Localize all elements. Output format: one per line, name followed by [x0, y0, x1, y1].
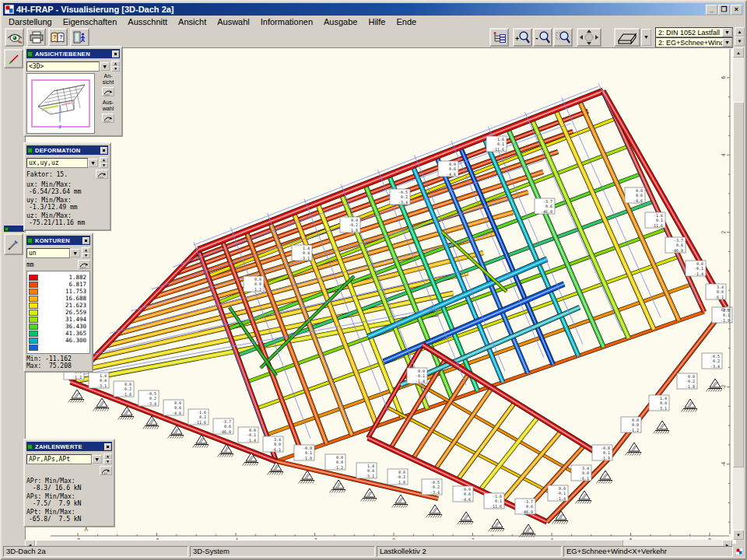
- scale-swatch: [29, 310, 38, 316]
- vertical-scroll-thumb[interactable]: [733, 102, 744, 467]
- exit-button[interactable]: [70, 28, 89, 47]
- model-viewport[interactable]: 0.00.0-1.21.40.4-3.10.0-0.2-1.8-0.50.2-3…: [25, 47, 735, 543]
- deformation-dropdown[interactable]: ux,uy,uz: [26, 158, 88, 168]
- view-selector-dropdown[interactable]: <3D>: [26, 61, 100, 72]
- svg-text:-11.6: -11.6: [195, 420, 206, 425]
- loadcase-dropdown[interactable]: 2: DIN 1052 Lastfall HZ (Th. 1. O ▼: [655, 27, 733, 37]
- ansicht-apply-button[interactable]: [102, 87, 114, 96]
- zahlenwerte-panel-titlebar[interactable]: ZAHLENWERTE: [26, 442, 112, 451]
- menu-item-ausgabe[interactable]: Ausgabe: [318, 16, 363, 27]
- deformation-apply-button[interactable]: [96, 170, 108, 179]
- svg-text:0.0: 0.0: [717, 289, 724, 294]
- panel-menu-button[interactable]: [82, 237, 89, 244]
- scale-row: 26.559: [29, 309, 88, 316]
- panel-menu-button[interactable]: [100, 147, 107, 154]
- ansicht-ebenen-panel: ANSICHT/EBENEN <3D> ▼ ▲▼ z: [23, 46, 123, 137]
- scroll-down-button[interactable]: ▼: [733, 530, 744, 540]
- svg-text:0.1: 0.1: [497, 142, 504, 146]
- menu-item-ende[interactable]: Ende: [391, 16, 422, 27]
- svg-text:-1.8: -1.8: [122, 392, 132, 397]
- dropdown-arrow-icon[interactable]: ▼: [722, 38, 732, 47]
- konturen-dropdown[interactable]: un: [26, 248, 70, 258]
- loadcase-dropdown-value: 2: DIN 1052 Lastfall HZ (Th. 1. O: [658, 28, 722, 37]
- scroll-up-button[interactable]: ▲: [733, 47, 744, 58]
- deformation-spinner-down[interactable]: ▼: [100, 163, 108, 168]
- konturen-apply-button[interactable]: [78, 260, 90, 269]
- menu-item-informationen[interactable]: Informationen: [255, 16, 318, 27]
- redraw-tool-button[interactable]: [4, 49, 23, 68]
- dropdown-arrow-icon[interactable]: ▼: [70, 249, 80, 257]
- svg-text:0.4: 0.4: [303, 250, 310, 255]
- loadcase-spinner-up[interactable]: ▲: [735, 27, 745, 37]
- menu-item-ansicht[interactable]: Ansicht: [173, 16, 212, 27]
- svg-text:-1.8: -1.8: [396, 480, 405, 485]
- print-button[interactable]: [26, 28, 46, 47]
- dropdown-arrow-icon[interactable]: ▼: [100, 62, 110, 71]
- loadcombination-dropdown-value: 2: EG+Schnee+Wind<X+Ver: [658, 38, 722, 47]
- zoom-window-button[interactable]: [553, 28, 573, 47]
- svg-text:-4.6: -4.6: [633, 198, 643, 203]
- dropdown-arrow-icon[interactable]: ▼: [722, 28, 732, 37]
- view-settings-button[interactable]: [5, 28, 24, 47]
- auswahl-apply-button[interactable]: [102, 114, 114, 123]
- view-3d-button[interactable]: [614, 28, 640, 47]
- status-system: 3D-System: [190, 546, 375, 557]
- svg-text:3.4: 3.4: [717, 285, 724, 289]
- svg-text:0.0: 0.0: [336, 455, 343, 460]
- view-spinner-down[interactable]: ▼: [111, 66, 120, 72]
- panel-icon: [27, 238, 33, 243]
- ansicht-panel-titlebar[interactable]: ANSICHT/EBENEN: [26, 49, 120, 58]
- svg-text:-1.2: -1.2: [334, 465, 343, 470]
- svg-text:-3.1: -3.1: [300, 256, 310, 261]
- edit-tool-button[interactable]: [4, 233, 23, 255]
- konturen-spinner-down[interactable]: ▼: [82, 253, 90, 258]
- konturen-spinner-up[interactable]: ▲: [82, 247, 90, 253]
- title-bar[interactable]: 4H-FRAP - Visualisierung [3D-Dach 2a] _ …: [3, 3, 744, 16]
- view-thumbnail[interactable]: z: [26, 73, 95, 134]
- panel-menu-button[interactable]: [104, 443, 111, 450]
- svg-text:-11.6: -11.6: [493, 147, 504, 152]
- menu-item-darstellung[interactable]: Darstellung: [3, 16, 58, 27]
- panel-menu-button[interactable]: [112, 51, 119, 58]
- menu-item-ausschnitt[interactable]: Ausschnitt: [122, 16, 173, 27]
- loadcase-spinner-down[interactable]: ▼: [735, 37, 745, 46]
- display-options-button[interactable]: [489, 28, 509, 47]
- svg-text:0.6: 0.6: [526, 504, 533, 509]
- maximize-button[interactable]: ❐: [718, 5, 730, 15]
- panel-icon: [27, 444, 33, 450]
- aps-minmax-value: -7.5/ 7.9 kN: [26, 500, 112, 507]
- zoom-in-button[interactable]: +: [513, 28, 532, 47]
- zahlenwerte-dropdown[interactable]: APr,APs,APt: [26, 454, 92, 464]
- svg-text:0.6: 0.6: [449, 166, 456, 171]
- minimize-button[interactable]: _: [706, 5, 717, 15]
- svg-text:0.6: 0.6: [636, 193, 643, 198]
- pan-control[interactable]: [577, 28, 601, 47]
- view-spinner-up[interactable]: ▲: [111, 61, 120, 66]
- help-book-button[interactable]: ? ?: [48, 28, 68, 47]
- menu-item-hilfe[interactable]: Hilfe: [363, 16, 391, 27]
- zahlenwerte-spinner-down[interactable]: ▼: [103, 459, 112, 464]
- menu-item-eigenschaften[interactable]: Eigenschaften: [58, 16, 123, 27]
- deformation-spinner-up[interactable]: ▲: [100, 157, 108, 163]
- svg-text:-46.0: -46.0: [541, 209, 552, 214]
- svg-text:-11.6: -11.6: [490, 504, 502, 509]
- menu-item-auswahl[interactable]: Auswahl: [212, 16, 255, 27]
- svg-text:-46.0: -46.0: [521, 509, 533, 514]
- pan-arrows-icon: [578, 30, 600, 45]
- konturen-panel-titlebar[interactable]: KONTUREN: [26, 236, 90, 245]
- vertical-scrollbar[interactable]: ▲ ▼: [733, 47, 744, 540]
- zahlenwerte-apply-button[interactable]: [100, 466, 112, 475]
- scale-value: 16.688: [41, 295, 88, 302]
- dropdown-arrow-icon[interactable]: ▼: [92, 455, 102, 464]
- ux-minmax-value: -6.54/23.64 mm: [26, 188, 108, 195]
- deformation-panel-titlebar[interactable]: DEFORMATION: [26, 145, 108, 155]
- zahlenwerte-spinner-up[interactable]: ▲: [103, 453, 112, 459]
- dropdown-arrow-icon[interactable]: ▼: [88, 159, 98, 167]
- scale-swatch: [29, 289, 38, 295]
- collapsed-panel-titlebar[interactable]: [4, 226, 24, 232]
- svg-text:0.0: 0.0: [254, 282, 261, 286]
- close-button[interactable]: ×: [731, 5, 742, 15]
- loadcombination-dropdown[interactable]: 2: EG+Schnee+Wind<X+Ver ▼: [655, 37, 733, 47]
- zoom-out-button[interactable]: -: [533, 28, 552, 47]
- view-3d-dropdown-arrow[interactable]: ▼: [641, 29, 651, 46]
